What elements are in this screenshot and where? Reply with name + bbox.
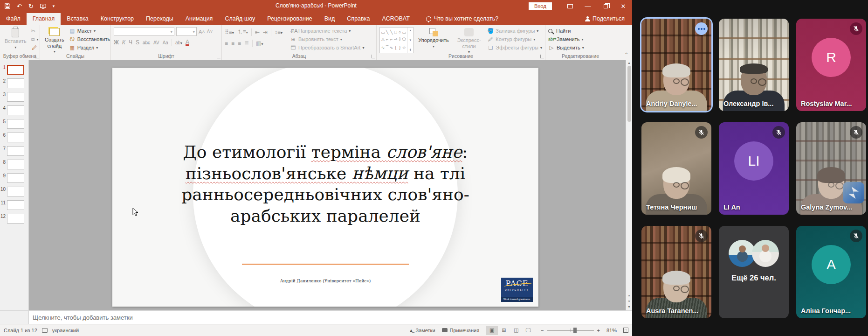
comments-toggle[interactable]: Примечания xyxy=(442,328,480,333)
scroll-up-icon[interactable]: ▲ xyxy=(627,61,631,64)
font-size-select[interactable]: ▾ xyxy=(176,27,197,36)
slide-thumbnail[interactable]: 1 xyxy=(0,65,28,75)
slide-title[interactable]: До етимології терміна слов'яне: пізньосл… xyxy=(154,141,496,227)
reading-view-button[interactable]: ◫ xyxy=(510,326,522,335)
drawing-dialog-launcher[interactable] xyxy=(540,55,544,58)
shrink-font-icon[interactable]: А˅ xyxy=(207,29,213,34)
participant-tile-oleksandr[interactable]: Олександр Ів... xyxy=(719,19,789,111)
sign-in-button[interactable]: Вход xyxy=(529,2,552,10)
font-color-button[interactable]: А xyxy=(186,40,189,46)
tab-insert[interactable]: Вставка xyxy=(61,13,94,25)
change-case-button[interactable]: Aa xyxy=(163,40,168,45)
collapse-ribbon-icon[interactable]: ⌃ xyxy=(625,52,628,57)
slide-thumbnail[interactable]: 10 xyxy=(0,187,28,196)
participant-tile-lian[interactable]: LI LI An xyxy=(719,122,789,215)
slide-canvas[interactable]: До етимології терміна слов'яне: пізньосл… xyxy=(112,68,538,307)
new-slide-button[interactable]: Создать слайд▾ xyxy=(43,27,66,55)
decrease-indent-button[interactable]: ⇤ xyxy=(255,29,260,35)
format-painter-button[interactable]: 🖉 xyxy=(31,44,39,51)
next-slide-icon[interactable]: ⏷ xyxy=(628,300,631,303)
copy-button[interactable]: ⧉▾ xyxy=(31,36,39,43)
slide-thumbnail[interactable]: 12 xyxy=(0,214,28,224)
highlight-button[interactable]: ab▾ xyxy=(175,40,182,45)
shapes-gallery[interactable]: ▭╲╲□○▭ △⌐⌐⇨⇩⬠ ∿⌒∿{}☆ ▴▾⇟ xyxy=(379,27,413,53)
increase-indent-button[interactable]: ⇥ xyxy=(263,29,268,35)
shape-effects-button[interactable]: ❏Эффекты фигуры▾ xyxy=(487,44,542,51)
zoom-out-icon[interactable]: − xyxy=(541,328,544,333)
zoom-slider-thumb[interactable] xyxy=(573,328,577,333)
slide-editor-area[interactable]: До етимології терміна слов'яне: пізньосл… xyxy=(29,60,626,310)
justify-button[interactable]: ≣ xyxy=(244,40,249,47)
slide-thumbnail[interactable]: 7 xyxy=(0,146,28,156)
tab-animations[interactable]: Анимация xyxy=(179,13,219,25)
language-indicator[interactable]: украинский xyxy=(52,328,79,333)
tab-help[interactable]: Справка xyxy=(341,13,376,25)
slide-thumbnail[interactable]: 9 xyxy=(0,173,28,183)
slide-thumbnail[interactable]: 4 xyxy=(0,105,28,115)
tab-acrobat[interactable]: ACROBAT xyxy=(376,13,416,25)
scroll-down-icon[interactable]: ▼ xyxy=(627,305,631,308)
font-dialog-launcher[interactable] xyxy=(217,55,220,58)
zoom-in-icon[interactable]: + xyxy=(597,328,600,333)
character-spacing-button[interactable]: AV xyxy=(153,40,159,45)
scrollbar-thumb[interactable] xyxy=(627,66,631,122)
participant-tile-tetiana[interactable]: Тетяна Черниш xyxy=(641,122,711,215)
numbering-button[interactable]: ⒈≡▾ xyxy=(237,28,248,36)
reset-button[interactable]: 🗘Восстановить xyxy=(69,36,110,43)
replace-button[interactable]: ab⇄Заменить▾ xyxy=(548,36,584,43)
tab-view[interactable]: Вид xyxy=(318,13,341,25)
tab-design[interactable]: Конструктор xyxy=(95,13,140,25)
grow-font-icon[interactable]: А˄ xyxy=(199,29,205,35)
save-icon[interactable] xyxy=(5,3,10,9)
slide-sorter-view-button[interactable]: ⊞ xyxy=(498,326,510,335)
arrange-button[interactable]: Упорядочить▾ xyxy=(416,27,450,49)
slide-subtitle[interactable]: Андрій Даниленко (Університет «Пейс») xyxy=(112,279,538,283)
participant-tile-rostyslav[interactable]: R Rostyslav Mar... xyxy=(796,19,866,111)
minimize-icon[interactable]: — xyxy=(579,0,597,12)
previous-slide-icon[interactable]: ⏶ xyxy=(628,294,631,298)
underline-button[interactable]: Ч xyxy=(129,39,132,46)
participant-tile-andriy[interactable]: Andriy Danyle... xyxy=(641,19,711,111)
participant-tile-ausra[interactable]: Ausra Taranen... xyxy=(641,226,711,318)
quick-styles-button[interactable]: Экспресс-стили▾ xyxy=(454,27,485,55)
participant-tile-galyna[interactable]: Galyna Zymov... xyxy=(796,122,866,215)
clipboard-dialog-launcher[interactable] xyxy=(35,55,39,58)
more-participants-tile[interactable]: Ещё 26 чел. xyxy=(719,226,789,318)
align-left-button[interactable]: ≡ xyxy=(225,40,228,47)
align-right-button[interactable]: ≡ xyxy=(238,40,241,47)
smartart-button[interactable]: 🗔Преобразовать в SmartArt▾ xyxy=(290,44,364,51)
shape-fill-button[interactable]: 🪣Заливка фигуры▾ xyxy=(487,28,542,35)
bold-button[interactable]: Ж xyxy=(114,39,119,46)
ribbon-display-options-icon[interactable] xyxy=(561,0,579,12)
slide-thumbnail[interactable]: 5 xyxy=(0,119,28,129)
align-text-button[interactable]: ⊞Выровнять текст▾ xyxy=(290,36,364,43)
paste-button[interactable]: Вставить▾ xyxy=(3,27,28,50)
layout-button[interactable]: ▤Макет▾ xyxy=(69,28,110,35)
participant-tile-alina[interactable]: A Аліна Гончар... xyxy=(796,226,866,318)
share-button[interactable]: Поделиться xyxy=(578,15,632,25)
cut-button[interactable]: ✂ xyxy=(31,28,39,35)
slide-thumbnail-panel[interactable]: 1 2 3 4 5 6 7 8 9 10 11 12 xyxy=(0,60,29,310)
text-shadow-button[interactable]: S xyxy=(136,39,139,46)
bullets-button[interactable]: ⠿≡▾ xyxy=(225,29,234,35)
fit-slide-icon[interactable] xyxy=(623,328,628,333)
align-center-button[interactable]: ≡ xyxy=(231,40,234,47)
notes-toggle[interactable]: ▲̲Заметки xyxy=(409,328,435,333)
section-button[interactable]: ▦Раздел▾ xyxy=(69,44,110,51)
notes-input[interactable]: Щелкните, чтобы добавить заметки xyxy=(29,311,632,324)
strikethrough-button[interactable]: abc xyxy=(143,40,150,45)
italic-button[interactable]: К xyxy=(122,39,125,46)
tab-file[interactable]: Файл xyxy=(0,13,27,25)
line-spacing-button[interactable]: ↕≡▾ xyxy=(275,29,282,35)
paragraph-dialog-launcher[interactable] xyxy=(372,55,375,58)
spellcheck-icon[interactable] xyxy=(42,328,48,333)
text-direction-button[interactable]: ⇵AНаправление текста▾ xyxy=(290,28,364,35)
font-name-select[interactable]: ▾ xyxy=(114,27,174,36)
restore-icon[interactable] xyxy=(597,0,614,12)
slide-thumbnail[interactable]: 3 xyxy=(0,92,28,102)
zoom-level[interactable]: 81% xyxy=(606,328,617,333)
shapes-scroll[interactable]: ▴▾⇟ xyxy=(407,28,413,53)
start-slideshow-icon[interactable] xyxy=(40,4,46,9)
customize-qat-icon[interactable]: ▾ xyxy=(53,4,55,8)
slide-thumbnail[interactable]: 8 xyxy=(0,160,28,169)
